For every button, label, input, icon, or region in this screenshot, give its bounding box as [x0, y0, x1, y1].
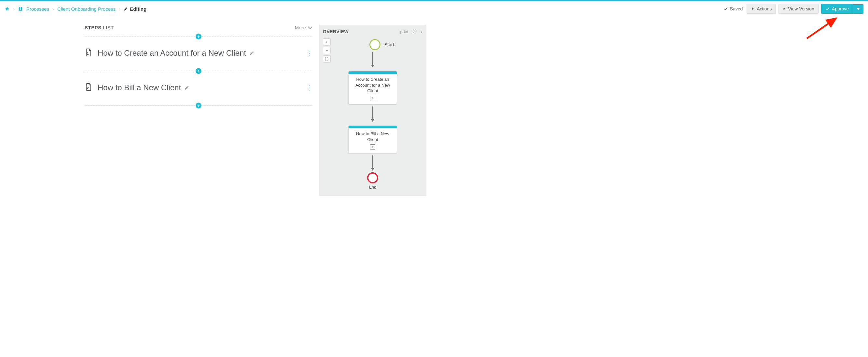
add-step-button[interactable]: +: [195, 102, 202, 109]
steps-title-bold: STEPS: [85, 25, 101, 30]
view-version-label: View Version: [788, 6, 814, 11]
collapse-chevron-icon[interactable]: ›: [421, 29, 423, 34]
topbar: › Processes › Client Onboarding Process …: [0, 0, 868, 18]
chevron-down-icon: [308, 26, 312, 29]
breadcrumb-process-name[interactable]: Client Onboarding Process: [57, 6, 116, 12]
home-icon[interactable]: [5, 6, 10, 11]
top-actions: Saved Actions View Version Approve: [723, 4, 863, 14]
actions-button[interactable]: Actions: [747, 4, 776, 14]
breadcrumb-sep: ›: [13, 6, 14, 12]
steps-panel: STEPS LIST More + 1 How to Create an Acc…: [85, 25, 312, 196]
bolt-icon: [751, 6, 755, 11]
expand-icon[interactable]: [412, 29, 417, 34]
overview-title: OVERVIEW: [323, 29, 348, 34]
step-divider: +: [85, 105, 312, 106]
document-icon: 1: [85, 48, 92, 58]
document-icon: 2: [85, 83, 92, 92]
breadcrumb-sep: ›: [53, 6, 54, 12]
print-button[interactable]: print: [400, 29, 408, 34]
zoom-controls: + −: [323, 38, 331, 63]
edit-step-button[interactable]: [249, 49, 254, 58]
breadcrumb: › Processes › Client Onboarding Process …: [5, 6, 147, 12]
fit-button[interactable]: [323, 55, 331, 63]
breadcrumb-current-label: Editing: [130, 6, 147, 12]
breadcrumb-processes[interactable]: Processes: [26, 6, 49, 12]
add-step-button[interactable]: +: [195, 68, 202, 74]
play-icon: [783, 7, 786, 11]
overview-panel: OVERVIEW print › + − Start: [319, 25, 426, 196]
overview-header: OVERVIEW print ›: [323, 29, 423, 34]
add-step-button[interactable]: +: [195, 34, 202, 39]
flow-arrow: [372, 52, 373, 67]
edit-step-button[interactable]: [184, 83, 189, 92]
step-row-1[interactable]: 1 How to Create an Account for a New Cli…: [85, 40, 312, 67]
card-tab: 1: [348, 71, 356, 72]
start-label: Start: [384, 42, 394, 47]
step-divider: +: [85, 71, 312, 71]
flow-card-2[interactable]: 2 How to Bill a New Client +: [348, 125, 397, 153]
step-row-2[interactable]: 2 How to Bill a New Client ⋮: [85, 75, 312, 101]
step-number: 2: [87, 86, 89, 90]
step-title: How to Create an Account for a New Clien…: [98, 49, 254, 58]
card-text: How to Bill a New Client: [352, 131, 394, 142]
steps-title-thin: LIST: [103, 25, 114, 30]
step-title: How to Bill a New Client: [98, 83, 189, 92]
more-button[interactable]: More: [295, 25, 312, 30]
card-number: 1: [352, 71, 354, 72]
step-kebab-menu[interactable]: ⋮: [306, 52, 312, 54]
actions-label: Actions: [757, 6, 772, 11]
end-label: End: [369, 185, 376, 189]
flow-arrow: [372, 107, 373, 121]
end-node[interactable]: [367, 172, 378, 183]
start-node[interactable]: Start: [369, 39, 394, 50]
approve-label: Approve: [832, 6, 849, 11]
flow-arrow: [372, 155, 373, 170]
main: STEPS LIST More + 1 How to Create an Acc…: [0, 18, 868, 209]
breadcrumb-current: Editing: [124, 6, 147, 12]
step-number: 1: [87, 52, 89, 55]
approve-dropdown-button[interactable]: [853, 4, 863, 14]
processes-icon[interactable]: [18, 6, 23, 11]
saved-label: Saved: [730, 6, 743, 11]
flow-card-1[interactable]: 1 How to Create an Account for a New Cli…: [348, 71, 397, 105]
breadcrumb-sep: ›: [119, 6, 120, 12]
pencil-icon: [124, 7, 128, 11]
caret-down-icon: [857, 8, 860, 10]
step-title-text: How to Create an Account for a New Clien…: [98, 49, 246, 58]
overview-tools: print ›: [400, 29, 423, 34]
expand-card-button[interactable]: +: [370, 96, 375, 101]
step-title-text: How to Bill a New Client: [98, 83, 181, 92]
more-label: More: [295, 25, 306, 30]
step-kebab-menu[interactable]: ⋮: [306, 86, 312, 89]
steps-title: STEPS LIST: [85, 25, 114, 30]
view-version-button[interactable]: View Version: [778, 4, 818, 14]
card-number: 2: [352, 125, 354, 126]
zoom-out-button[interactable]: −: [323, 47, 331, 54]
overview-diagram: Start 1 How to Create an Account for a N…: [323, 39, 423, 189]
card-text: How to Create an Account for a New Clien…: [352, 77, 394, 94]
approve-button[interactable]: Approve: [821, 4, 853, 14]
steps-header: STEPS LIST More: [85, 25, 312, 30]
saved-indicator: Saved: [723, 6, 743, 11]
card-tab: 2: [348, 125, 356, 127]
expand-card-button[interactable]: +: [370, 144, 375, 150]
step-divider: +: [85, 36, 312, 36]
check-icon: [825, 6, 830, 11]
zoom-in-button[interactable]: +: [323, 38, 331, 46]
start-circle: [369, 39, 380, 50]
